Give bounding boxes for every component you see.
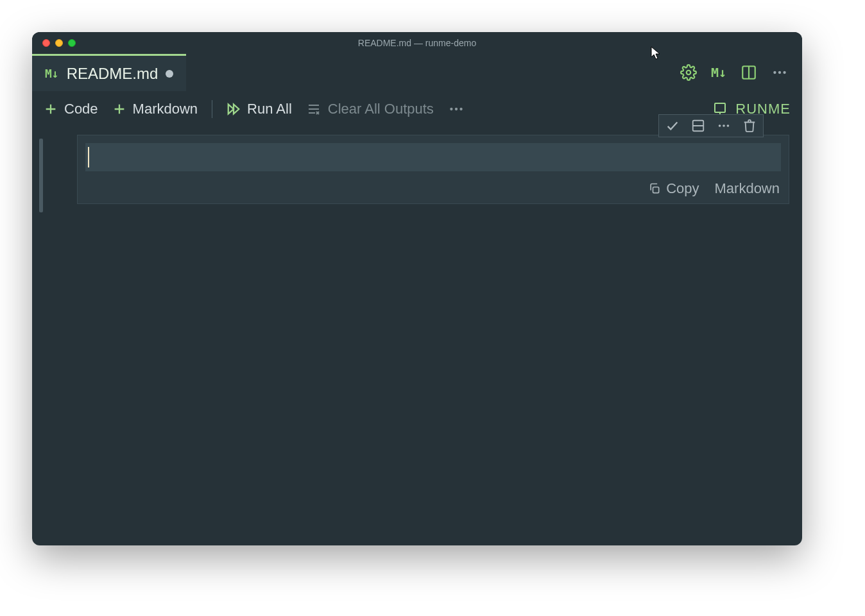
- svg-point-17: [450, 108, 452, 110]
- split-cell-button[interactable]: [691, 119, 705, 133]
- svg-point-27: [727, 124, 730, 127]
- more-cell-actions-button[interactable]: [717, 119, 731, 133]
- clear-all-outputs-label: Clear All Outputs: [328, 101, 434, 117]
- traffic-lights: [42, 39, 76, 47]
- svg-point-3: [773, 71, 776, 74]
- svg-point-25: [719, 124, 721, 127]
- text-cursor: [88, 147, 89, 167]
- add-markdown-cell-button[interactable]: Markdown: [112, 101, 198, 117]
- app-window: README.md — runme-demo M↓ README.md M↓: [32, 32, 802, 545]
- add-code-cell-button[interactable]: Code: [44, 101, 98, 117]
- cell-toolbar: [658, 114, 764, 137]
- more-tab-actions-button[interactable]: [771, 64, 788, 81]
- cell-gutter-indicator: [39, 139, 43, 212]
- add-markdown-label: Markdown: [133, 101, 198, 117]
- minimize-window-button[interactable]: [55, 39, 63, 47]
- markdown-cell[interactable]: Copy Markdown: [77, 135, 789, 204]
- more-toolbar-button[interactable]: [448, 101, 465, 117]
- accept-cell-button[interactable]: [665, 119, 680, 133]
- cell-editor-input[interactable]: [85, 143, 781, 171]
- tab-readme[interactable]: M↓ README.md: [32, 54, 186, 91]
- title-bar: README.md — runme-demo: [32, 32, 802, 54]
- copy-label: Copy: [666, 180, 699, 197]
- copy-cell-button[interactable]: Copy: [648, 180, 699, 197]
- cell-footer: Copy Markdown: [648, 180, 780, 197]
- run-all-label: Run All: [247, 101, 292, 117]
- window-title: README.md — runme-demo: [358, 38, 476, 48]
- add-code-label: Code: [64, 101, 98, 117]
- svg-point-18: [455, 108, 458, 110]
- tab-bar: M↓ README.md M↓: [32, 54, 802, 91]
- svg-point-19: [459, 108, 462, 110]
- cell-wrapper: Copy Markdown: [77, 135, 789, 204]
- markdown-file-icon: M↓: [45, 67, 59, 80]
- delete-cell-button[interactable]: [742, 119, 757, 133]
- open-markdown-preview-button[interactable]: M↓: [711, 65, 726, 80]
- settings-button[interactable]: [680, 64, 697, 81]
- svg-point-0: [687, 71, 691, 75]
- fullscreen-window-button[interactable]: [68, 39, 76, 47]
- notebook-editor: Copy Markdown: [32, 127, 802, 545]
- svg-point-4: [778, 71, 781, 74]
- svg-point-5: [783, 71, 785, 74]
- svg-rect-28: [653, 187, 659, 193]
- unsaved-dot-icon: [166, 70, 173, 78]
- run-all-button[interactable]: Run All: [227, 101, 292, 117]
- svg-marker-10: [228, 105, 234, 114]
- tab-label: README.md: [67, 65, 158, 83]
- close-window-button[interactable]: [42, 39, 50, 47]
- svg-point-26: [723, 124, 725, 127]
- cell-language-selector[interactable]: Markdown: [715, 180, 780, 197]
- svg-rect-20: [715, 103, 725, 112]
- toolbar-separator: [212, 100, 212, 118]
- tabbar-actions: M↓: [680, 54, 802, 91]
- split-editor-button[interactable]: [741, 64, 757, 81]
- clear-all-outputs-button[interactable]: Clear All Outputs: [306, 101, 434, 117]
